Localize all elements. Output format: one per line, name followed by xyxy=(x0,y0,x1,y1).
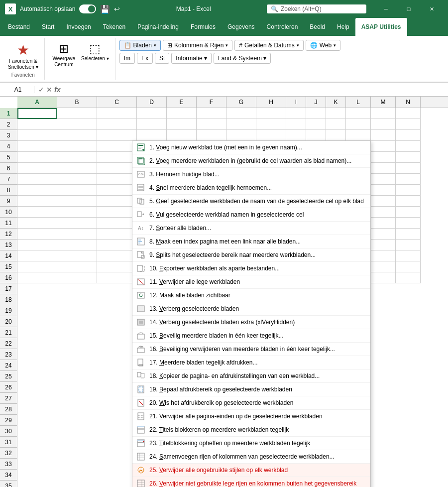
cell[interactable] xyxy=(97,174,137,185)
cell[interactable] xyxy=(371,196,396,207)
cell[interactable] xyxy=(306,130,326,141)
autosave-toggle[interactable] xyxy=(79,4,96,13)
menu-item-26[interactable]: 26. Verwijder niet gebruikte lege rijen … xyxy=(132,477,370,487)
st-dropdown[interactable]: St xyxy=(155,53,169,64)
cell[interactable] xyxy=(371,207,396,218)
save-icon[interactable]: 💾 xyxy=(100,4,110,14)
weergave-centrum-button[interactable]: ⊞ WeergaveCentrum xyxy=(51,41,77,69)
cell-b1[interactable] xyxy=(57,108,97,119)
cell[interactable] xyxy=(97,196,137,207)
menu-item-1[interactable]: + 1. Voeg nieuw werkblad toe (met een in… xyxy=(132,141,370,154)
menu-item-7[interactable]: A↕ 7. Sorteer alle bladen... xyxy=(132,222,370,235)
menu-item-15[interactable]: 15. Beveilig meerdere bladen in één keer… xyxy=(132,329,370,343)
cell[interactable] xyxy=(371,141,396,152)
cell[interactable] xyxy=(137,130,167,141)
menu-item-3[interactable]: ab→ 3. Hernoem huidige blad... xyxy=(132,168,370,181)
cell[interactable] xyxy=(17,261,57,272)
cell[interactable] xyxy=(396,240,421,250)
cell[interactable] xyxy=(17,141,57,152)
cell[interactable] xyxy=(97,207,137,218)
cell-h1[interactable] xyxy=(256,108,286,119)
cell[interactable] xyxy=(17,240,57,250)
cell[interactable] xyxy=(371,152,396,163)
cell[interactable] xyxy=(97,163,137,174)
cell[interactable] xyxy=(57,152,97,163)
menu-item-19[interactable]: 19. Bepaal afdrukbereik op geselecteerde… xyxy=(132,383,370,396)
cell[interactable] xyxy=(17,119,57,130)
cell[interactable] xyxy=(371,130,396,141)
cell[interactable] xyxy=(371,163,396,174)
cell[interactable] xyxy=(197,130,226,141)
cell-f1[interactable] xyxy=(197,108,226,119)
menu-item-9[interactable]: 9. Splits het geselecteerde bereik naar … xyxy=(132,248,370,262)
cell[interactable] xyxy=(167,119,197,130)
cell[interactable] xyxy=(17,207,57,218)
land-dropdown[interactable]: Land & Systeem ▾ xyxy=(214,53,271,64)
cell[interactable] xyxy=(326,119,346,130)
tab-start[interactable]: Start xyxy=(36,18,60,36)
cell[interactable] xyxy=(97,119,137,130)
cell-c1[interactable] xyxy=(97,108,137,119)
tab-pagina-indeling[interactable]: Pagina-indeling xyxy=(131,18,185,36)
cell[interactable] xyxy=(97,185,137,196)
cell[interactable] xyxy=(396,272,421,283)
cell[interactable] xyxy=(197,119,226,130)
cell-j1[interactable] xyxy=(306,108,326,119)
formula-checkmark-icon[interactable]: ✓ xyxy=(38,86,44,94)
menu-item-11[interactable]: 11. Verwijder alle lege werkbladen xyxy=(132,275,370,289)
cell[interactable] xyxy=(57,218,97,229)
cell[interactable] xyxy=(371,185,396,196)
menu-item-4[interactable]: 4. Snel meerdere bladen tegelijk hernoem… xyxy=(132,181,370,195)
tab-controleren[interactable]: Controleren xyxy=(261,18,304,36)
cell[interactable] xyxy=(17,130,57,141)
cell[interactable] xyxy=(57,261,97,272)
informatie-dropdown[interactable]: Informatie ▾ xyxy=(171,53,212,64)
cell[interactable] xyxy=(97,130,137,141)
cell[interactable] xyxy=(57,250,97,261)
cell[interactable] xyxy=(57,240,97,250)
cell-m1[interactable] xyxy=(371,108,396,119)
cell[interactable] xyxy=(97,240,137,250)
cell[interactable] xyxy=(396,218,421,229)
cell[interactable] xyxy=(17,272,57,283)
menu-item-21[interactable]: 21. Verwijder alle pagina-einden op de g… xyxy=(132,410,370,423)
menu-item-14[interactable]: 14. Verberg geselecteerde bladen extra (… xyxy=(132,316,370,329)
menu-item-2[interactable]: 2. Voeg meerdere werkbladen in (gebruikt… xyxy=(132,154,370,168)
cell[interactable] xyxy=(256,130,286,141)
search-bar[interactable]: 🔍 Zoeken (Alt+Q) xyxy=(267,4,366,13)
im-dropdown[interactable]: Im xyxy=(119,53,135,64)
cell[interactable] xyxy=(371,250,396,261)
tab-formules[interactable]: Formules xyxy=(185,18,222,36)
cell[interactable] xyxy=(396,141,421,152)
cell[interactable] xyxy=(57,207,97,218)
cell[interactable] xyxy=(57,272,97,283)
cell[interactable] xyxy=(137,119,167,130)
menu-item-12[interactable]: 12. Maak alle bladen zichtbaar xyxy=(132,289,370,302)
cell[interactable] xyxy=(17,174,57,185)
formula-fx-icon[interactable]: fx xyxy=(54,86,60,94)
tab-bestand[interactable]: Bestand xyxy=(2,18,36,36)
tab-beeld[interactable]: Beeld xyxy=(304,18,331,36)
selecteren-button[interactable]: ⬚ Selecteren ▾ xyxy=(79,41,111,63)
getallen-dropdown[interactable]: # Getallen & Datums ▾ xyxy=(234,40,303,51)
cell[interactable] xyxy=(17,218,57,229)
cell[interactable] xyxy=(371,229,396,240)
menu-item-10[interactable]: 10. Exporteer werkbladen als aparte best… xyxy=(132,262,370,275)
cell[interactable] xyxy=(396,174,421,185)
cell[interactable] xyxy=(17,196,57,207)
cell[interactable] xyxy=(57,141,97,152)
bladen-dropdown[interactable]: 📋 Bladen ▾ xyxy=(119,40,161,51)
cell[interactable] xyxy=(226,119,256,130)
cell[interactable] xyxy=(97,250,137,261)
cell-g1[interactable] xyxy=(226,108,256,119)
cell[interactable] xyxy=(371,261,396,272)
cell-i1[interactable] xyxy=(286,108,306,119)
cell[interactable] xyxy=(17,250,57,261)
menu-item-18[interactable]: 18. Kopieer de pagina- en afdrukinstelli… xyxy=(132,369,370,383)
cell-k1[interactable] xyxy=(326,108,346,119)
cell-l1[interactable] xyxy=(346,108,371,119)
cell[interactable] xyxy=(256,119,286,130)
cell-e1[interactable] xyxy=(167,108,197,119)
undo-icon[interactable]: ↩ xyxy=(114,5,120,13)
cell[interactable] xyxy=(97,272,137,283)
